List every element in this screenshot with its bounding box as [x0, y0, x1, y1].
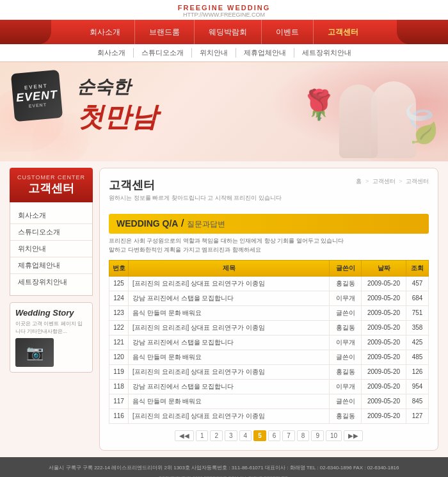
table-header: 글쓴이 — [330, 260, 362, 276]
cell-num: 122 — [109, 320, 129, 335]
cell-num: 117 — [109, 394, 129, 408]
table-header: 조회 — [406, 260, 429, 276]
main-content: 고객센터 원하시는 정보를 빠르게 찾아드립니다 고 시작해 프리진이 있습니다… — [99, 168, 438, 451]
section-desc: 프리진은 사회 구성원으로의 역할과 책임을 대하는 인재에게 항상 기회를 열… — [109, 236, 429, 255]
sidebar-menu-item[interactable]: 위치안내 — [10, 241, 92, 257]
table-row[interactable]: 120음식 만들며 문화 배워요글쓴이2009-05-20485 — [109, 350, 429, 364]
pagination-page-3[interactable]: 3 — [225, 430, 237, 441]
pagination-page-1[interactable]: 1 — [196, 430, 209, 441]
cell-date: 2009-05-20 — [362, 320, 406, 335]
cell-views: 425 — [406, 335, 429, 350]
cell-subject[interactable]: 음식 만들며 문화 배워요 — [129, 394, 330, 408]
hero-line1: 순숙한 — [77, 75, 157, 99]
cell-author: 글쓴이 — [330, 350, 362, 364]
sidebar-menu-item[interactable]: 스튜디오소개 — [10, 224, 92, 241]
cell-subject[interactable]: 강남 프리진에서 스탭을 모집합니다 — [129, 291, 330, 305]
pagination-page-7[interactable]: 7 — [282, 430, 295, 441]
cell-author: 홍길동 — [330, 364, 362, 379]
cell-date: 2009-05-20 — [362, 350, 406, 364]
table-row[interactable]: 122[프리진의 요리조리] 상대표 요리연구가 이종임홍길동2009-05-2… — [109, 320, 429, 335]
sub-nav-item-세트장위치안내[interactable]: 세트장위치안내 — [294, 48, 359, 58]
cell-subject[interactable]: 강남 프리진에서 스탭을 모집합니다 — [129, 335, 330, 350]
hero-korean-text: 순숙한 첫만남 — [77, 75, 157, 135]
table-row[interactable]: 118강남 프리진에서 스탭을 모집합니다이무개2009-05-20954 — [109, 379, 429, 394]
cell-subject[interactable]: [프리진의 요리조리] 상대표 요리연구가 이종임 — [129, 276, 330, 291]
qa-korean: 질문과답변 — [187, 220, 225, 229]
qa-separator: / — [181, 218, 187, 229]
sub-nav-item-위치안내[interactable]: 위치안내 — [192, 48, 236, 58]
table-row[interactable]: 123음식 만들며 문화 배워요글쓴이2009-05-20751 — [109, 305, 429, 320]
sub-nav-item-스튜디오소개[interactable]: 스튜디오소개 — [134, 48, 192, 58]
cell-date: 2009-05-20 — [362, 335, 406, 350]
cell-date: 2009-05-20 — [362, 291, 406, 305]
nav-item-이벤트[interactable]: 이벤트 — [262, 20, 314, 44]
cell-subject[interactable]: 음식 만들며 문화 배워요 — [129, 350, 330, 364]
cell-subject[interactable]: 강남 프리진에서 스탭을 모집합니다 — [129, 379, 330, 394]
wedding-story-title: Wedding Story — [15, 308, 87, 318]
cell-views: 751 — [406, 305, 429, 320]
pagination-page-5[interactable]: 5 — [253, 430, 266, 441]
cell-views: 954 — [406, 379, 429, 394]
cell-author: 이무개 — [330, 291, 362, 305]
pagination-page-4[interactable]: 4 — [239, 430, 252, 441]
sidebar-menu-item[interactable]: 제휴업체안내 — [10, 257, 92, 274]
table-header: 제목 — [129, 260, 330, 276]
sidebar-menu-item[interactable]: 세트장위치안내 — [10, 274, 92, 290]
sub-nav-item-회사소개[interactable]: 회사소개 — [90, 48, 134, 58]
page-subtitle: 원하시는 정보를 빠르게 찾아드립니다 고 시작해 프리진이 있습니다 — [109, 194, 282, 202]
footer-address: 서울시 구록구 구록 222-14 레이스프리엔드리더위 2위 1303호 사업… — [6, 464, 442, 473]
site-url: HTTP://WWW.FREEGINE.COM — [0, 12, 448, 18]
cell-views: 126 — [406, 364, 429, 379]
cell-subject[interactable]: [프리진의 요리조리] 상대표 요리연구가 이종임 — [129, 364, 330, 379]
qa-title: WEDDING Q/A — [116, 218, 178, 229]
nav-item-웨딩박람회[interactable]: 웨딩박람회 — [195, 20, 262, 44]
cell-num: 124 — [109, 291, 129, 305]
cell-views: 485 — [406, 350, 429, 364]
pagination: ◀◀12345678910▶▶ — [109, 430, 429, 441]
cell-num: 118 — [109, 379, 129, 394]
pagination-page-10[interactable]: 10 — [326, 430, 342, 441]
nav-item-회사소개[interactable]: 회사소개 — [76, 20, 135, 44]
cell-views: 684 — [406, 291, 429, 305]
sidebar-customer-header: CUSTOMER CENTER 고객센터 — [10, 168, 93, 202]
cell-views: 127 — [406, 408, 429, 423]
nav-ribbon: 회사소개브랜드룸웨딩박람회이벤트고객센터 — [76, 20, 372, 44]
cell-date: 2009-05-20 — [362, 408, 406, 423]
wedding-story-sub: 이곳은 고객 이벤트 페이지 입니다 기타안내사항은... — [15, 320, 87, 336]
pagination-page-8[interactable]: 8 — [297, 430, 310, 441]
pagination-page-9[interactable]: 9 — [311, 430, 324, 441]
nav-item-브랜드룸[interactable]: 브랜드룸 — [135, 20, 195, 44]
pagination-next[interactable]: ▶▶ — [344, 430, 363, 441]
nav-item-고객센터[interactable]: 고객센터 — [314, 20, 372, 44]
sub-nav-item-제휴업체안내[interactable]: 제휴업체안내 — [236, 48, 294, 58]
footer: 서울시 구록구 구록 222-14 레이스프리엔드리더위 2위 1303호 사업… — [0, 457, 448, 477]
hero-line2: 첫만남 — [77, 99, 157, 135]
pagination-page-6[interactable]: 6 — [268, 430, 281, 441]
table-row[interactable]: 116[프리진의 요리조리] 상대표 요리연구가 이종임홍길동2009-05-2… — [109, 408, 429, 423]
sidebar-menu-item[interactable]: 회사소개 — [10, 207, 92, 224]
cell-subject[interactable]: [프리진의 요리조리] 상대표 요리연구가 이종임 — [129, 320, 330, 335]
table-row[interactable]: 119[프리진의 요리조리] 상대표 요리연구가 이종임홍길동2009-05-2… — [109, 364, 429, 379]
cell-num: 120 — [109, 350, 129, 364]
wedding-story-box: Wedding Story 이곳은 고객 이벤트 페이지 입니다 기타안내사항은… — [10, 302, 93, 373]
table-row[interactable]: 121강남 프리진에서 스탭을 모집합니다이무개2009-05-20425 — [109, 335, 429, 350]
cell-subject[interactable]: 음식 만들며 문화 배워요 — [129, 305, 330, 320]
cell-subject[interactable]: [프리진의 요리조리] 상대표 요리연구가 이종임 — [129, 408, 330, 423]
desc-line1: 프리진은 사회 구성원으로의 역할과 책임을 대하는 인재에게 항상 기회를 열… — [109, 236, 429, 245]
content-wrapper: CUSTOMER CENTER 고객센터 회사소개스튜디오소개위치안내제휴업체안… — [0, 161, 448, 457]
copyright: COPYRIGHT(C) 2009 FREEGINE.COM ALL RIGHT… — [6, 474, 442, 477]
breadcrumb-item: 고객센터 — [372, 178, 396, 184]
breadcrumb-item: 고객센터 — [406, 178, 429, 184]
site-title: FREEGINE WEDDING — [0, 4, 448, 12]
event-badge: EVENT EVENT EVENT — [11, 70, 63, 122]
pagination-prev[interactable]: ◀◀ — [175, 430, 194, 441]
table-row[interactable]: 124강남 프리진에서 스탭을 모집합니다이무개2009-05-20684 — [109, 291, 429, 305]
cs-label: CUSTOMER CENTER — [13, 174, 90, 181]
table-row[interactable]: 125[프리진의 요리조리] 상대표 요리연구가 이종임홍길동2009-05-2… — [109, 276, 429, 291]
pagination-page-2[interactable]: 2 — [210, 430, 223, 441]
table-header: 번호 — [109, 260, 129, 276]
cell-author: 이무개 — [330, 379, 362, 394]
cell-date: 2009-05-20 — [362, 379, 406, 394]
table-row[interactable]: 117음식 만들며 문화 배워요글쓴이2009-05-20845 — [109, 394, 429, 408]
hero-banner: EVENT EVENT EVENT 순숙한 첫만남 🌹 🍃 — [0, 62, 448, 161]
